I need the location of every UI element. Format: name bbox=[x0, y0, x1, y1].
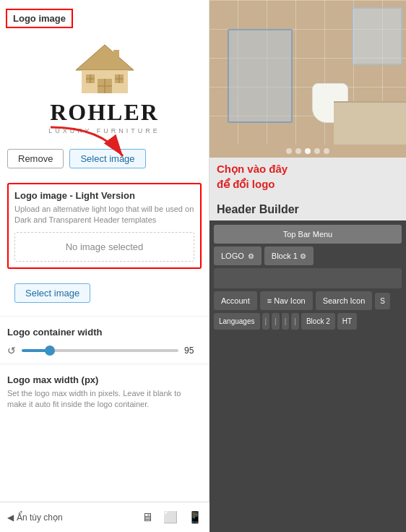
light-version-title: Logo image - Light Version bbox=[14, 190, 194, 201]
slider-container[interactable] bbox=[22, 343, 178, 358]
slider-value: 95 bbox=[184, 346, 202, 356]
dot-1[interactable] bbox=[286, 148, 292, 154]
tablet-icon[interactable]: ⬜ bbox=[163, 510, 178, 524]
pipe-3: | bbox=[282, 313, 290, 330]
vanity bbox=[334, 101, 406, 145]
device-icons: 🖥 ⬜ 📱 bbox=[142, 510, 202, 524]
back-label: Ẩn tùy chọn bbox=[17, 512, 63, 523]
logo-block[interactable]: LOGO ⚙ bbox=[214, 246, 262, 265]
bottom-bar: ◀ Ẩn tùy chọn 🖥 ⬜ 📱 bbox=[0, 502, 210, 532]
image-slider-dots bbox=[210, 145, 406, 158]
red-arrow bbox=[43, 120, 130, 171]
svg-rect-1 bbox=[113, 50, 119, 61]
languages-block[interactable]: Languages bbox=[214, 313, 260, 330]
pipe-4: | bbox=[291, 313, 299, 330]
svg-marker-0 bbox=[76, 45, 134, 70]
dot-4[interactable] bbox=[314, 148, 320, 154]
logo-image-label: Logo image bbox=[6, 9, 73, 28]
builder-row-topbar: Top Bar Menu bbox=[214, 225, 402, 244]
top-bar-menu-block[interactable]: Top Bar Menu bbox=[214, 225, 402, 244]
logo-text-builder: LOGO bbox=[221, 252, 244, 260]
builder-row-account: Account ≡ Nav Icon Search Icon S bbox=[214, 291, 402, 310]
header-builder-label: Header Builder bbox=[210, 197, 406, 220]
light-version-section: Logo image - Light Version Upload an alt… bbox=[7, 183, 202, 269]
slider-refresh-icon[interactable]: ↺ bbox=[7, 345, 16, 356]
builder-empty-row bbox=[214, 268, 402, 288]
shower-cabin bbox=[228, 29, 293, 123]
pipe-1: | bbox=[262, 313, 270, 330]
no-image-placeholder: No image selected bbox=[14, 232, 194, 262]
block1-gear-icon: ⚙ bbox=[300, 252, 306, 260]
logo-container-width-slider-row: ↺ 95 bbox=[0, 340, 209, 361]
phone-icon[interactable]: 📱 bbox=[188, 510, 202, 524]
viet-text-line2: để đổi logo bbox=[217, 176, 399, 192]
slider-thumb[interactable] bbox=[45, 346, 55, 356]
logo-container-width-label: Logo container width bbox=[0, 319, 209, 340]
bathroom-image bbox=[210, 0, 406, 145]
logo-svg-icon bbox=[69, 41, 141, 99]
left-panel: Logo image bbox=[0, 0, 210, 532]
search-icon-block[interactable]: Search Icon bbox=[316, 291, 373, 310]
slider-track bbox=[22, 349, 178, 352]
builder-row-logo: LOGO ⚙ Block 1 ⚙ bbox=[214, 246, 402, 265]
select-image-button-2[interactable]: Select image bbox=[14, 283, 90, 303]
viet-text-line1: Chọn vào đây bbox=[217, 161, 399, 176]
select-image-row-2: Select image bbox=[7, 276, 202, 310]
ht-block[interactable]: HT bbox=[337, 313, 357, 330]
light-version-desc: Upload an alternative light logo that wi… bbox=[14, 204, 194, 226]
account-block[interactable]: Account bbox=[214, 291, 257, 310]
block2-block[interactable]: Block 2 bbox=[301, 313, 335, 330]
dot-2[interactable] bbox=[295, 148, 301, 154]
logo-max-width-desc: Set the logo max width in pixels. Leave … bbox=[0, 388, 209, 415]
mirror bbox=[352, 7, 402, 65]
dot-3-active[interactable] bbox=[305, 148, 311, 154]
nav-icon-block[interactable]: ≡ Nav Icon bbox=[260, 291, 313, 310]
block-1-block[interactable]: Block 1 ⚙ bbox=[264, 246, 314, 265]
builder-row-langs: Languages | | | | Block 2 HT bbox=[214, 313, 402, 330]
extra-block[interactable]: S bbox=[375, 293, 390, 309]
desktop-icon[interactable]: 🖥 bbox=[142, 511, 153, 524]
dot-5[interactable] bbox=[324, 148, 329, 154]
logo-gear-icon: ⚙ bbox=[248, 252, 254, 260]
back-arrow-icon: ◀ bbox=[7, 512, 14, 523]
right-panel: Chọn vào đây để đổi logo Header Builder … bbox=[210, 0, 406, 532]
viet-annotation: Chọn vào đây để đổi logo bbox=[210, 158, 406, 197]
back-nav[interactable]: ◀ Ẩn tùy chọn bbox=[7, 512, 63, 523]
pipe-2: | bbox=[272, 313, 280, 330]
logo-max-width-label: Logo max width (px) bbox=[0, 367, 209, 388]
builder-grid: Top Bar Menu LOGO ⚙ Block 1 ⚙ Account ≡ … bbox=[210, 220, 406, 532]
